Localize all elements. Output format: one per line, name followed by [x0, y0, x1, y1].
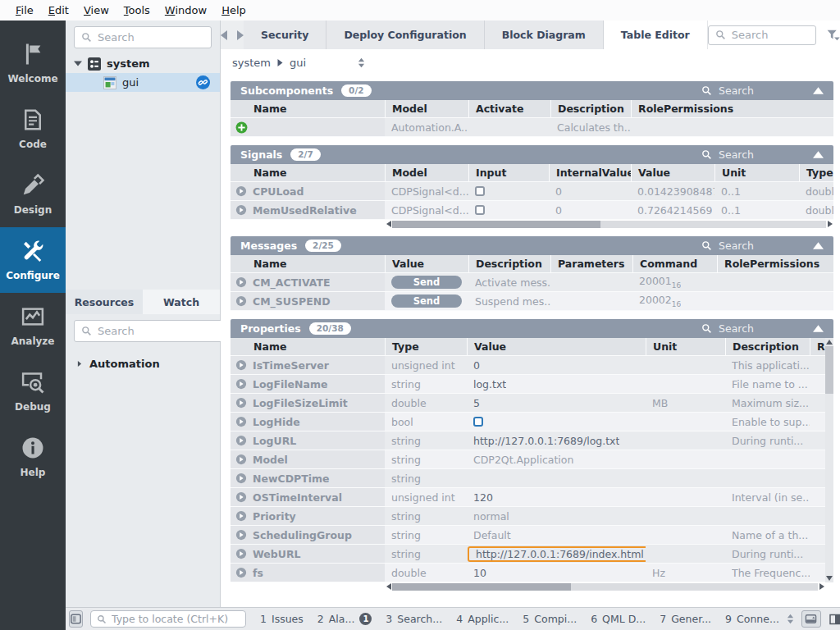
status-panel-7[interactable]: 7Gener... [660, 613, 711, 625]
scrollbar-thumb[interactable] [392, 221, 600, 228]
editor-tab-deploy-configuration[interactable]: Deploy Configuration [326, 21, 484, 49]
send-button[interactable]: Send [391, 276, 462, 289]
editor-tab-table-editor[interactable]: Table Editor [604, 21, 708, 49]
table-row[interactable]: SchedulingGroupstringDefaultName of a th… [231, 526, 825, 545]
editor-tab-security[interactable]: Security [244, 21, 326, 49]
activity-item-help[interactable]: Help [0, 424, 66, 490]
status-panel-9[interactable]: 9Conne... [725, 613, 779, 625]
collapse-icon[interactable] [813, 151, 824, 158]
menu-item-view[interactable]: View [76, 2, 116, 19]
locate-input[interactable] [112, 613, 240, 625]
highlighted-value-box[interactable]: http://127.0.0.1:7689/index.html [468, 546, 646, 562]
checkbox[interactable] [475, 186, 485, 196]
caret-down-icon[interactable] [74, 61, 82, 66]
scroll-right-icon[interactable] [826, 221, 833, 228]
status-panel-6[interactable]: 6QML D... [591, 613, 646, 625]
menu-item-help[interactable]: Help [214, 2, 253, 19]
status-panel-1[interactable]: 1Issues [260, 613, 304, 625]
expand-row-icon[interactable] [235, 397, 247, 409]
activity-item-analyze[interactable]: Analyze [0, 293, 66, 358]
expand-row-icon[interactable] [235, 454, 247, 465]
editor-tab-block-diagram[interactable]: Block Diagram [485, 21, 604, 49]
collapse-icon[interactable] [813, 242, 824, 249]
scrollbar-thumb[interactable] [392, 583, 571, 591]
scrollbar-track[interactable] [392, 583, 818, 591]
expand-row-icon[interactable] [235, 529, 247, 541]
spin-icon[interactable] [358, 57, 365, 68]
vertical-scrollbar[interactable] [825, 338, 833, 582]
table-row[interactable]: fsdouble10HzThe Frequenc... [231, 564, 825, 582]
tree-item-automation[interactable]: Automation [66, 354, 220, 373]
table-row[interactable]: Automation.A...Calculates th... [231, 118, 833, 137]
table-row[interactable]: LogHideboolEnable to sup... [231, 413, 825, 431]
caret-right-icon[interactable] [75, 361, 84, 367]
expand-row-icon[interactable] [235, 491, 247, 503]
status-panel-2[interactable]: 2Ala...1 [317, 613, 372, 625]
back-icon[interactable] [221, 30, 227, 40]
horizontal-scrollbar[interactable] [385, 220, 833, 228]
explorer-search-input[interactable] [98, 31, 204, 43]
table-row[interactable]: IsTimeServerunsigned int0This applicati.… [231, 356, 825, 375]
scroll-left-icon[interactable] [385, 221, 392, 228]
section-header-subcomponents[interactable]: Subcomponents0/2Search [231, 81, 833, 100]
expand-row-icon[interactable] [235, 548, 247, 559]
table-row[interactable]: MemUsedRelativeCDPSignal<d...00.72642145… [231, 201, 833, 220]
sort-icon[interactable] [787, 614, 794, 624]
activity-item-configure[interactable]: Configure [0, 227, 66, 293]
forward-icon[interactable] [237, 30, 244, 40]
output-pane-button[interactable] [801, 610, 821, 628]
table-row[interactable]: OSTimeIntervalunsigned int120Interval (i… [231, 488, 825, 507]
expand-row-icon[interactable] [235, 435, 247, 446]
table-row[interactable]: CPULoadCDPSignal<d...00.014239084870..1d… [231, 182, 833, 201]
expand-row-icon[interactable] [235, 276, 247, 288]
section-header-signals[interactable]: Signals2/7Search [231, 145, 833, 164]
tree-item-system[interactable]: system [66, 54, 220, 73]
tab-resources[interactable]: Resources [66, 290, 143, 314]
table-row[interactable]: LogURLstringhttp://127.0.0.1:7689/log.tx… [231, 431, 825, 450]
expand-row-icon[interactable] [235, 378, 247, 390]
split-right-icon[interactable] [829, 613, 840, 626]
activity-item-code[interactable]: Code [0, 96, 66, 162]
menu-item-window[interactable]: Window [158, 2, 214, 19]
horizontal-scrollbar[interactable] [385, 582, 825, 591]
tree-item-gui[interactable]: gui [66, 73, 220, 92]
scrollbar-track[interactable] [392, 221, 826, 228]
expand-row-icon[interactable] [235, 510, 247, 522]
scroll-up-icon[interactable] [825, 338, 833, 346]
table-row[interactable]: CM_ACTIVATESendActivate mess...2000116 [231, 273, 833, 292]
activity-item-debug[interactable]: Debug [0, 358, 66, 424]
table-row[interactable]: ModelstringCDP2Qt.Application [231, 450, 825, 469]
scroll-right-icon[interactable] [818, 583, 825, 591]
menu-item-file[interactable]: File [8, 2, 41, 19]
section-search[interactable]: Search [701, 84, 754, 97]
resources-search-input[interactable] [98, 325, 237, 337]
send-button[interactable]: Send [391, 294, 462, 308]
expand-row-icon[interactable] [235, 472, 247, 484]
menu-item-edit[interactable]: Edit [41, 2, 76, 19]
collapse-icon[interactable] [813, 325, 824, 332]
section-search[interactable]: Search [701, 148, 754, 161]
status-panel-5[interactable]: 5Compi... [523, 613, 577, 625]
activity-item-welcome[interactable]: Welcome [0, 30, 66, 96]
section-header-properties[interactable]: Properties20/38Search [231, 319, 833, 338]
filter-icon[interactable] [826, 28, 840, 42]
status-panel-3[interactable]: 3Search... [386, 613, 442, 625]
expand-row-icon[interactable] [235, 359, 247, 371]
scrollbar-track[interactable] [825, 346, 833, 574]
scroll-down-icon[interactable] [825, 574, 833, 582]
tab-watch[interactable]: Watch [143, 290, 220, 314]
expand-row-icon[interactable] [235, 567, 247, 578]
editor-search-input[interactable] [732, 29, 809, 41]
collapse-icon[interactable] [813, 87, 824, 94]
table-row[interactable]: LogFileNamestringlog.txtFile name to ... [231, 375, 825, 394]
expand-row-icon[interactable] [235, 295, 247, 307]
expand-row-icon[interactable] [235, 185, 247, 197]
section-header-messages[interactable]: Messages2/25Search [231, 236, 833, 255]
expand-row-icon[interactable] [235, 204, 247, 216]
sidebar-toggle-button[interactable] [69, 610, 83, 628]
table-row[interactable]: LogFileSizeLimitdouble5MBMaximum siz... [231, 394, 825, 413]
checkbox[interactable] [473, 417, 483, 427]
checkbox[interactable] [475, 205, 485, 215]
status-panel-4[interactable]: 4Applic... [456, 613, 509, 625]
scroll-left-icon[interactable] [385, 583, 392, 591]
